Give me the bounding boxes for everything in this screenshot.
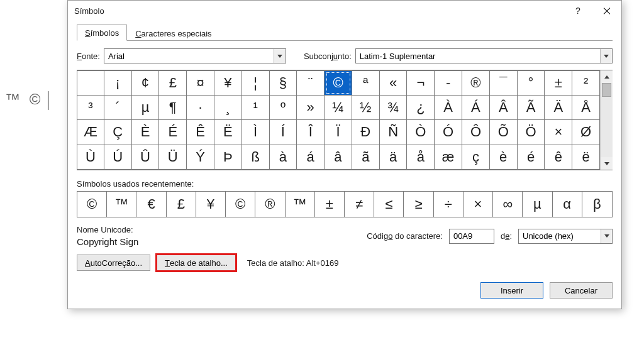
symbol-cell[interactable]: ä xyxy=(380,145,408,170)
symbol-cell[interactable]: ³ xyxy=(77,96,104,121)
recent-symbol-cell[interactable]: ≥ xyxy=(404,192,433,217)
symbol-cell[interactable]: § xyxy=(270,70,297,96)
symbol-cell[interactable]: Æ xyxy=(77,120,104,145)
subset-combo[interactable] xyxy=(355,48,613,63)
symbol-cell[interactable]: ê xyxy=(545,145,572,170)
symbol-cell[interactable]: È xyxy=(132,120,160,145)
symbol-cell[interactable]: ¢ xyxy=(132,70,160,96)
symbol-cell[interactable]: ½ xyxy=(352,96,380,121)
symbol-cell[interactable]: À xyxy=(435,96,462,121)
scroll-down-button[interactable] xyxy=(601,157,613,170)
symbol-cell[interactable]: Á xyxy=(462,96,490,121)
symbol-cell[interactable]: · xyxy=(187,96,214,121)
symbol-cell[interactable]: ª xyxy=(352,70,380,96)
symbol-cell[interactable]: × xyxy=(545,120,572,145)
symbol-cell[interactable]: Ç xyxy=(104,120,132,145)
recent-symbol-cell[interactable]: ∞ xyxy=(493,192,523,217)
symbol-cell[interactable]: ¾ xyxy=(380,96,408,121)
symbol-cell[interactable]: Ù xyxy=(77,145,104,170)
autocorrect-button[interactable]: AutoCorreção... xyxy=(77,255,150,271)
recent-symbol-cell[interactable]: α xyxy=(553,192,582,217)
symbol-cell[interactable]: Ø xyxy=(572,120,600,145)
symbol-cell[interactable]: å xyxy=(407,145,435,170)
symbol-cell[interactable]: Ý xyxy=(187,145,214,170)
symbol-cell[interactable]: æ xyxy=(435,145,462,170)
symbol-cell[interactable]: Ú xyxy=(104,145,132,170)
symbol-cell[interactable]: Ä xyxy=(545,96,572,121)
recent-symbol-cell[interactable]: ¥ xyxy=(196,192,226,217)
recent-symbol-cell[interactable]: µ xyxy=(523,192,552,217)
symbol-cell[interactable]: è xyxy=(490,145,518,170)
symbol-cell[interactable]: Û xyxy=(132,145,160,170)
symbol-cell[interactable]: Ü xyxy=(159,145,187,170)
shortcut-key-button[interactable]: Tecla de atalho... xyxy=(157,255,236,271)
symbol-cell[interactable]: Ó xyxy=(435,120,462,145)
recent-symbol-cell[interactable]: © xyxy=(226,192,255,217)
symbol-cell[interactable]: ß xyxy=(242,145,270,170)
symbol-cell[interactable]: Ò xyxy=(407,120,435,145)
symbol-cell[interactable]: ¸ xyxy=(214,96,242,121)
symbol-cell[interactable]: £ xyxy=(159,70,187,96)
scroll-track[interactable] xyxy=(601,83,613,157)
font-dropdown-arrow[interactable] xyxy=(274,49,286,63)
recent-symbol-cell[interactable]: £ xyxy=(167,192,196,217)
subset-input[interactable] xyxy=(356,52,600,61)
symbol-grid-scrollbar[interactable] xyxy=(600,70,613,170)
scroll-up-button[interactable] xyxy=(601,70,613,83)
from-dropdown-arrow[interactable] xyxy=(601,229,612,243)
recent-symbol-cell[interactable]: ≤ xyxy=(374,192,404,217)
symbol-cell[interactable]: Ë xyxy=(214,120,242,145)
symbol-cell[interactable]: É xyxy=(159,120,187,145)
symbol-cell[interactable]: » xyxy=(297,96,325,121)
symbol-cell[interactable]: Ö xyxy=(518,120,545,145)
symbol-cell[interactable]: ¶ xyxy=(159,96,187,121)
recent-symbol-cell[interactable]: € xyxy=(136,192,166,217)
char-code-input[interactable] xyxy=(449,229,494,244)
recent-symbol-cell[interactable]: ≠ xyxy=(345,192,374,217)
from-combo[interactable] xyxy=(518,229,613,244)
close-button[interactable] xyxy=(592,1,621,21)
symbol-cell[interactable]: Ì xyxy=(242,120,270,145)
symbol-cell[interactable]: á xyxy=(297,145,325,170)
symbol-cell[interactable]: ± xyxy=(545,70,572,96)
symbol-cell[interactable]: Ã xyxy=(518,96,545,121)
recent-symbol-cell[interactable]: ± xyxy=(315,192,345,217)
symbol-cell[interactable]: ² xyxy=(572,70,600,96)
from-input[interactable] xyxy=(519,231,601,241)
symbol-cell[interactable]: Ê xyxy=(187,120,214,145)
symbol-cell[interactable]: ® xyxy=(462,70,490,96)
recent-symbol-cell[interactable]: ® xyxy=(255,192,285,217)
recent-symbol-cell[interactable]: ÷ xyxy=(434,192,464,217)
tab-symbols[interactable]: Símbolos xyxy=(77,25,127,41)
symbol-cell[interactable]: ´ xyxy=(104,96,132,121)
symbol-cell[interactable]: Î xyxy=(297,120,325,145)
recent-symbol-cell[interactable]: ™ xyxy=(107,192,136,217)
scroll-thumb[interactable] xyxy=(602,83,611,97)
help-button[interactable]: ? xyxy=(564,1,592,21)
symbol-cell[interactable]: â xyxy=(325,145,352,170)
symbol-cell[interactable]: - xyxy=(435,70,462,96)
subset-dropdown-arrow[interactable] xyxy=(600,49,612,63)
symbol-cell[interactable]: Í xyxy=(270,120,297,145)
symbol-cell[interactable]: Ñ xyxy=(380,120,408,145)
recent-symbol-cell[interactable]: β xyxy=(582,192,612,217)
symbol-cell[interactable]: ° xyxy=(518,70,545,96)
symbol-cell[interactable]: à xyxy=(270,145,297,170)
symbol-cell[interactable]: ã xyxy=(352,145,380,170)
symbol-cell[interactable]: º xyxy=(270,96,297,121)
symbol-cell[interactable]: ¥ xyxy=(214,70,242,96)
symbol-cell[interactable]: ¨ xyxy=(297,70,325,96)
symbol-cell[interactable]: ¿ xyxy=(407,96,435,121)
font-input[interactable] xyxy=(104,52,274,61)
symbol-cell[interactable]: ¡ xyxy=(104,70,132,96)
symbol-cell[interactable]: Â xyxy=(490,96,518,121)
recent-symbol-cell[interactable]: ™ xyxy=(286,192,315,217)
symbol-cell[interactable]: ¦ xyxy=(242,70,270,96)
symbol-cell[interactable]: é xyxy=(518,145,545,170)
symbol-cell[interactable] xyxy=(77,70,104,96)
symbol-cell[interactable]: Ï xyxy=(325,120,352,145)
recent-symbol-cell[interactable]: × xyxy=(464,192,493,217)
symbol-cell[interactable]: ë xyxy=(572,145,600,170)
tab-special-characters[interactable]: Caracteres especiais xyxy=(127,25,219,41)
symbol-cell[interactable]: Ð xyxy=(352,120,380,145)
